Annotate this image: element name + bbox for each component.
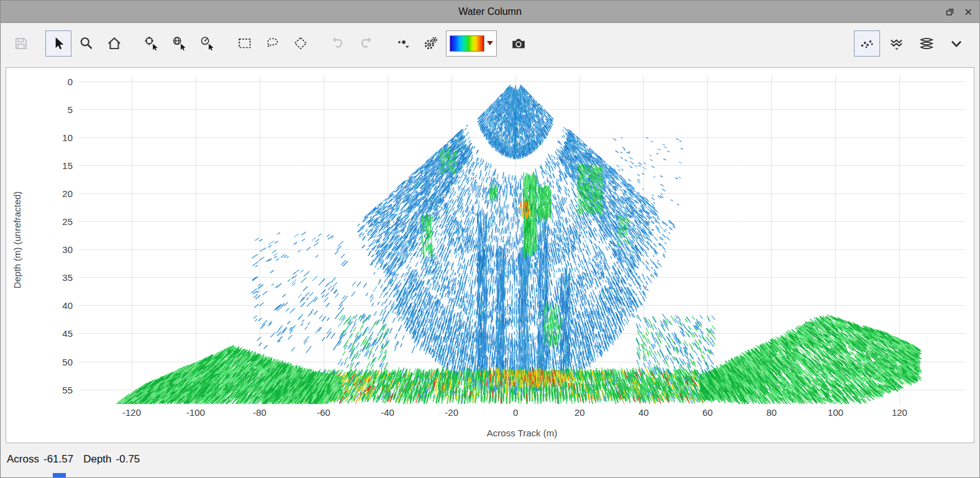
pick-geo-tool-button[interactable]	[166, 30, 193, 57]
y-tick-label: 55	[62, 384, 73, 395]
colormap-caret-icon	[487, 41, 493, 45]
globe-cursor-icon	[171, 35, 188, 52]
redo-button[interactable]	[353, 30, 379, 57]
chevron-down-icon	[948, 35, 964, 52]
lasso-select-tool-button[interactable]	[260, 30, 286, 57]
toolbar	[1, 24, 979, 63]
y-tick-label: 5	[68, 104, 73, 115]
x-tick-label: 60	[702, 407, 713, 418]
dots-menu-icon	[395, 35, 411, 52]
water-column-window: Water Column	[0, 0, 980, 478]
home-icon	[106, 35, 122, 52]
x-tick-label: 20	[574, 407, 585, 418]
close-icon	[963, 7, 973, 17]
plot-panel: Depth (m) (unrefracted) 0510152025303540…	[6, 67, 974, 443]
x-tick-label: -20	[445, 407, 458, 418]
swath-zigzag-icon	[889, 35, 905, 52]
close-button[interactable]	[962, 6, 974, 18]
expand-toolbar-button[interactable]	[943, 30, 969, 57]
polygon-select-tool-button[interactable]	[288, 30, 314, 57]
pointer-icon	[50, 35, 66, 52]
x-tick-label: 0	[513, 407, 518, 418]
x-tick-labels: -120-100-80-60-40-20020406080100120	[79, 405, 965, 420]
zoom-tool-button[interactable]	[73, 30, 99, 57]
rainbow-colormap-icon	[450, 35, 484, 52]
redo-arrow-icon	[358, 35, 374, 52]
plot-canvas[interactable]	[79, 76, 965, 404]
scatter-dots-icon	[859, 35, 875, 52]
y-tick-label: 10	[62, 132, 73, 143]
x-tick-label: 40	[638, 407, 649, 418]
titlebar: Water Column	[1, 1, 979, 23]
y-tick-label: 45	[62, 328, 73, 339]
y-axis-title: Depth (m) (unrefracted)	[12, 191, 22, 289]
gears-icon	[423, 35, 439, 52]
window-title: Water Column	[1, 6, 979, 17]
magnifier-icon	[78, 35, 94, 52]
y-tick-label: 30	[62, 244, 73, 255]
pick-point-tool-button[interactable]	[138, 30, 165, 57]
settings-button[interactable]	[418, 30, 444, 57]
y-tick-label: 0	[68, 76, 73, 87]
home-button[interactable]	[101, 30, 127, 57]
across-value: -61.57	[43, 453, 73, 465]
y-tick-label: 50	[62, 356, 73, 367]
rect-select-tool-button[interactable]	[232, 30, 258, 57]
y-tick-label: 35	[62, 272, 73, 283]
y-tick-label: 20	[62, 188, 73, 199]
popout-icon	[945, 7, 955, 17]
depth-value: -0.75	[116, 453, 140, 465]
pointer-tool-button[interactable]	[45, 30, 71, 57]
x-tick-label: 100	[828, 407, 843, 418]
y-tick-labels: 0510152025303540455055	[27, 76, 75, 404]
point-display-menu-button[interactable]	[390, 30, 416, 57]
colormap-button[interactable]	[446, 30, 497, 57]
x-tick-label: 80	[766, 407, 777, 418]
dashed-lasso-icon	[265, 35, 281, 52]
camera-icon	[510, 35, 527, 52]
stacked-arcs-icon	[919, 35, 935, 52]
x-tick-label: -120	[122, 407, 141, 418]
save-icon	[13, 35, 29, 52]
y-tick-label: 40	[62, 300, 73, 311]
dashed-rectangle-icon	[237, 35, 253, 52]
swath-mode-button[interactable]	[884, 30, 910, 57]
y-axis-title-wrap: Depth (m) (unrefracted)	[6, 76, 27, 404]
x-tick-label: -100	[186, 407, 205, 418]
display-mode-group	[854, 30, 969, 57]
crosshair-cursor-icon	[143, 35, 160, 52]
y-tick-label: 25	[62, 216, 73, 227]
stacked-view-button[interactable]	[914, 30, 940, 57]
status-bar: Across-61.57Depth-0.75	[1, 443, 979, 477]
x-tick-label: 120	[892, 407, 907, 418]
snapshot-button[interactable]	[506, 30, 532, 57]
cursor-readout: Across-61.57Depth-0.75	[7, 453, 140, 466]
x-tick-label: -40	[381, 407, 394, 418]
save-button[interactable]	[8, 30, 34, 57]
depth-label: Depth	[83, 453, 111, 465]
popout-button[interactable]	[943, 6, 956, 18]
dashed-diamond-icon	[293, 35, 309, 52]
x-tick-label: -80	[253, 407, 266, 418]
across-label: Across	[7, 453, 39, 465]
background-window-fragment	[53, 473, 66, 477]
compass-cursor-icon	[199, 35, 216, 52]
points-mode-button[interactable]	[854, 30, 880, 57]
x-axis-title: Across Track (m)	[79, 428, 965, 438]
y-tick-label: 15	[62, 160, 73, 171]
pick-beam-tool-button[interactable]	[194, 30, 220, 57]
undo-arrow-icon	[330, 35, 346, 52]
plot-area	[79, 76, 965, 404]
x-tick-label: -60	[317, 407, 330, 418]
undo-button[interactable]	[325, 30, 351, 57]
